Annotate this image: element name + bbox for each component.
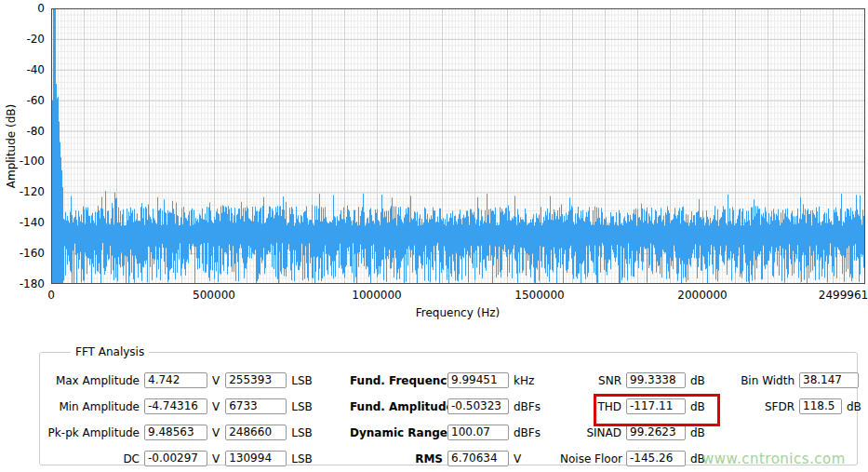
field-row-fund-amplitude: Fund. Amplitude -0.50323 dBFs [350, 398, 546, 415]
fft-analysis-title: FFT Analysis [71, 345, 149, 358]
field-label: Pk-pk Amplitude [43, 426, 140, 439]
unit-label: V [212, 400, 220, 413]
field-row-fund-frequency: Fund. Frequency 9.99451 kHz [350, 371, 540, 389]
unit-label: LSB [291, 374, 313, 387]
unit-label: V [514, 452, 521, 465]
field-row-dynamic-range: Dynamic Range 100.07 dBFs [350, 424, 546, 441]
y-tick-label: 0 [0, 1, 45, 16]
y-tick-label: -180 [0, 276, 45, 291]
unit-label: LSB [291, 426, 313, 439]
unit-label: V [212, 374, 220, 387]
pkpk-amplitude-v-box[interactable]: 9.48563 [144, 425, 207, 440]
x-axis-title: Frequency (Hz) [416, 306, 501, 319]
field-label: Fund. Amplitude [350, 400, 443, 413]
sfdr-box[interactable]: 118.5 [799, 398, 842, 414]
y-tick-label: -160 [0, 246, 45, 261]
min-amplitude-lsb-box[interactable]: 6733 [225, 398, 287, 414]
field-label: DC [43, 452, 140, 465]
y-axis-title: Amplitude (dB) [5, 104, 18, 189]
rms-box[interactable]: 6.70634 [447, 451, 509, 466]
y-tick-label: -20 [0, 32, 45, 47]
fund-amplitude-box[interactable]: -0.50323 [447, 398, 509, 414]
y-tick-label: -100 [0, 154, 45, 169]
x-tick-label: 500000 [193, 289, 235, 302]
field-label: SNR [560, 374, 621, 387]
field-row-min-amplitude: Min Amplitude -4.74316 V 6733 LSB [43, 398, 318, 415]
field-label: SINAD [560, 426, 621, 439]
unit-label: V [212, 426, 220, 439]
unit-label: LSB [291, 400, 313, 413]
noise-floor-box[interactable]: -145.26 [626, 451, 686, 466]
field-row-bin-width: Bin Width 38.147 [739, 371, 868, 389]
x-tick-label: 2499961 [819, 289, 868, 302]
unit-label: dBFs [514, 400, 541, 413]
field-row-thd: THD -117.11 dB [560, 398, 711, 415]
x-tick-label: 0 [47, 289, 55, 302]
field-label: RMS [350, 452, 443, 465]
bin-width-box[interactable]: 38.147 [799, 372, 859, 388]
field-row-sfdr: SFDR 118.5 dB [739, 398, 867, 415]
field-label: Fund. Frequency [350, 374, 443, 387]
dc-v-box[interactable]: -0.00297 [144, 451, 207, 466]
unit-label: dB [690, 374, 705, 387]
unit-label: LSB [291, 452, 313, 465]
pkpk-amplitude-lsb-box[interactable]: 248660 [225, 425, 287, 440]
y-tick-label: -40 [0, 62, 45, 77]
thd-box[interactable]: -117.11 [626, 398, 686, 414]
field-label: SFDR [739, 400, 795, 413]
x-tick-label: 2000000 [677, 289, 727, 302]
field-row-pkpk-amplitude: Pk-pk Amplitude 9.48563 V 248660 LSB [43, 424, 318, 441]
watermark: www.cntronics.com [702, 451, 846, 467]
y-tick-label: -140 [0, 215, 45, 230]
max-amplitude-lsb-box[interactable]: 255393 [225, 372, 287, 388]
unit-label: dB [847, 400, 861, 413]
field-row-snr: SNR 99.3338 dB [560, 371, 711, 389]
x-tick-label: 1500000 [514, 289, 564, 302]
field-row-rms: RMS 6.70634 V [350, 450, 527, 467]
y-tick-label: -80 [0, 124, 45, 139]
dc-lsb-box[interactable]: 130994 [225, 451, 287, 466]
max-amplitude-v-box[interactable]: 4.742 [144, 372, 207, 388]
field-row-sinad: SINAD 99.2623 dB [560, 424, 711, 441]
sinad-box[interactable]: 99.2623 [626, 425, 686, 440]
snr-box[interactable]: 99.3338 [626, 372, 686, 388]
unit-label: V [212, 452, 220, 465]
field-row-noise-floor: Noise Floor -145.26 dB [560, 450, 711, 467]
y-tick-label: -120 [0, 184, 45, 199]
unit-label: dB [690, 426, 705, 439]
unit-label: dB [690, 400, 705, 413]
field-row-max-amplitude: Max Amplitude 4.742 V 255393 LSB [43, 371, 318, 389]
field-label: Noise Floor [560, 452, 621, 465]
min-amplitude-v-box[interactable]: -4.74316 [144, 398, 207, 414]
fft-spectrum-canvas [51, 8, 865, 284]
x-tick-label: 1000000 [352, 289, 401, 302]
field-label: Bin Width [739, 374, 795, 387]
unit-label: dBFs [514, 426, 541, 439]
field-label: THD [560, 400, 621, 413]
fft-plot [51, 8, 865, 284]
fft-analyzer-window: Amplitude (dB) 0-20-40-60-80-100-120-140… [0, 0, 868, 472]
y-tick-label: -60 [0, 93, 45, 108]
fund-frequency-box[interactable]: 9.99451 [447, 372, 509, 388]
unit-label: kHz [514, 374, 534, 387]
field-label: Min Amplitude [43, 400, 140, 413]
field-label: Max Amplitude [43, 374, 140, 387]
dynamic-range-box[interactable]: 100.07 [447, 425, 509, 440]
field-label: Dynamic Range [350, 426, 443, 439]
field-row-dc: DC -0.00297 V 130994 LSB [43, 450, 318, 467]
